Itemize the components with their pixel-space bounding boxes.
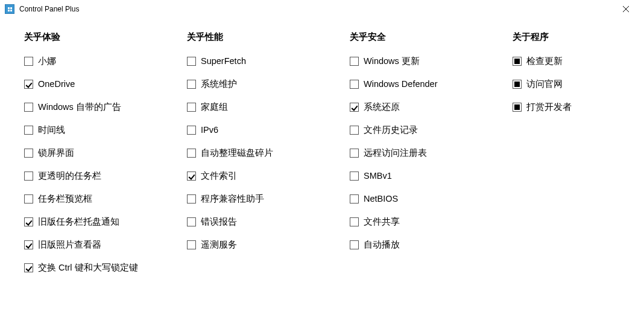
option-item[interactable]: NetBIOS [350, 193, 507, 205]
checkbox[interactable] [24, 80, 33, 89]
option-label: 交换 Ctrl 键和大写锁定键 [38, 262, 138, 274]
option-item[interactable]: 遥测服务 [187, 239, 344, 251]
option-item[interactable]: 时间线 [24, 124, 181, 136]
checkbox[interactable] [187, 172, 196, 181]
checkbox[interactable] [187, 240, 196, 249]
checkbox[interactable] [350, 149, 359, 158]
checkbox[interactable] [187, 103, 196, 112]
option-item[interactable]: 远程访问注册表 [350, 147, 507, 159]
option-item[interactable]: Windows 更新 [350, 55, 507, 67]
checkbox[interactable] [24, 57, 33, 66]
checkbox[interactable] [24, 172, 33, 181]
column-about: 关于程序 检查更新 访问官网 打赏开发者 [513, 31, 572, 284]
column-header: 关于程序 [513, 31, 572, 43]
option-label: 任务栏预览框 [38, 193, 92, 205]
option-item[interactable]: SMBv1 [350, 170, 507, 182]
checkbox[interactable] [350, 240, 359, 249]
checkbox[interactable] [24, 217, 33, 226]
option-label: 远程访问注册表 [364, 147, 427, 159]
app-icon [5, 4, 14, 14]
column-header: 关乎体验 [24, 31, 181, 43]
option-item[interactable]: 小娜 [24, 55, 181, 67]
close-icon [623, 6, 629, 12]
titlebar: Control Panel Plus [0, 0, 644, 18]
option-item[interactable]: 旧版照片查看器 [24, 239, 181, 251]
option-label: OneDrive [38, 79, 75, 89]
option-item[interactable]: 错误报告 [187, 216, 344, 228]
checkbox[interactable] [350, 80, 359, 89]
option-label: 家庭组 [201, 101, 228, 113]
action-item[interactable]: 访问官网 [513, 78, 572, 90]
option-label: 旧版照片查看器 [38, 239, 101, 251]
checkbox[interactable] [24, 240, 33, 249]
option-item[interactable]: 交换 Ctrl 键和大写锁定键 [24, 261, 181, 274]
option-label: IPv6 [201, 125, 218, 135]
option-item[interactable]: SuperFetch [187, 55, 344, 67]
checkbox[interactable] [24, 149, 33, 158]
option-label: 文件索引 [201, 170, 237, 182]
option-item[interactable]: 文件历史记录 [350, 124, 507, 136]
content: 关乎体验 小娜 OneDrive Windows 自带的广告 时间线 锁屏界面 … [0, 18, 644, 290]
column-header: 关乎性能 [187, 31, 344, 43]
option-label: Windows 自带的广告 [38, 101, 121, 113]
option-item[interactable]: 文件索引 [187, 170, 344, 182]
option-label: 系统维护 [201, 79, 237, 90]
option-item[interactable]: 系统还原 [350, 101, 507, 113]
option-label: Windows 更新 [364, 56, 420, 67]
action-marker[interactable] [513, 57, 522, 66]
option-label: 文件历史记录 [364, 124, 418, 136]
checkbox[interactable] [350, 57, 359, 66]
checkbox[interactable] [187, 126, 196, 135]
checkbox[interactable] [187, 149, 196, 158]
window-title: Control Panel Plus [19, 5, 79, 13]
checkbox[interactable] [350, 103, 359, 112]
option-item[interactable]: 文件共享 [350, 216, 507, 228]
action-marker[interactable] [513, 80, 522, 89]
checkbox[interactable] [24, 263, 33, 272]
option-label: 时间线 [38, 124, 65, 136]
close-button[interactable] [612, 1, 639, 18]
option-label: 系统还原 [364, 101, 400, 113]
checkbox[interactable] [24, 126, 33, 135]
checkbox[interactable] [350, 126, 359, 135]
action-label: 打赏开发者 [526, 101, 572, 113]
option-item[interactable]: 旧版任务栏托盘通知 [24, 216, 181, 228]
option-item[interactable]: 任务栏预览框 [24, 193, 181, 205]
option-label: 自动整理磁盘碎片 [201, 147, 273, 159]
checkbox[interactable] [24, 194, 33, 204]
option-label: 遥测服务 [201, 239, 237, 251]
option-item[interactable]: 程序兼容性助手 [187, 193, 344, 205]
action-label: 检查更新 [526, 56, 563, 67]
option-item[interactable]: 自动播放 [350, 239, 507, 251]
option-item[interactable]: 系统维护 [187, 78, 344, 90]
checkbox[interactable] [350, 217, 359, 226]
option-label: NetBIOS [364, 194, 398, 204]
checkbox[interactable] [187, 80, 196, 89]
option-item[interactable]: IPv6 [187, 124, 344, 136]
checkbox[interactable] [350, 194, 359, 204]
option-label: 错误报告 [201, 216, 237, 228]
option-item[interactable]: 锁屏界面 [24, 147, 181, 159]
action-marker[interactable] [513, 103, 522, 112]
option-item[interactable]: 自动整理磁盘碎片 [187, 147, 344, 159]
option-label: SuperFetch [201, 56, 246, 66]
checkbox[interactable] [187, 217, 196, 226]
column-header: 关乎安全 [350, 31, 507, 43]
checkbox[interactable] [24, 103, 33, 112]
checkbox[interactable] [350, 172, 359, 181]
option-item[interactable]: 家庭组 [187, 101, 344, 113]
option-item[interactable]: Windows Defender [350, 78, 507, 90]
option-item[interactable]: OneDrive [24, 78, 181, 90]
option-label: 程序兼容性助手 [201, 193, 264, 205]
checkbox[interactable] [187, 194, 196, 204]
action-item[interactable]: 检查更新 [513, 55, 572, 67]
option-item[interactable]: 更透明的任务栏 [24, 170, 181, 182]
option-label: 小娜 [38, 56, 56, 67]
option-label: 旧版任务栏托盘通知 [38, 216, 119, 228]
option-label: 文件共享 [364, 216, 400, 228]
column-experience: 关乎体验 小娜 OneDrive Windows 自带的广告 时间线 锁屏界面 … [24, 31, 181, 284]
option-item[interactable]: Windows 自带的广告 [24, 101, 181, 113]
column-security: 关乎安全 Windows 更新 Windows Defender 系统还原 文件… [350, 31, 507, 284]
checkbox[interactable] [187, 57, 196, 66]
action-item[interactable]: 打赏开发者 [513, 101, 572, 113]
